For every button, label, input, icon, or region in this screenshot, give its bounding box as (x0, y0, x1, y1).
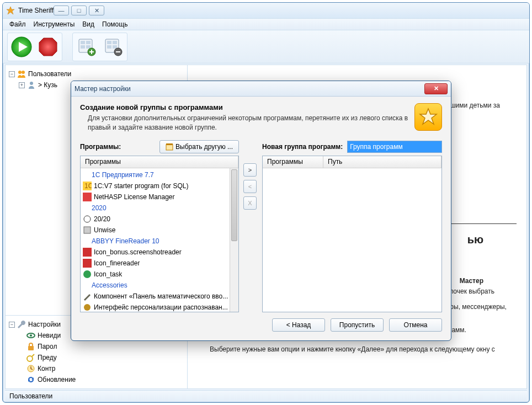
list-header: Программы Путь (263, 156, 441, 168)
list-item[interactable]: Unwise (81, 225, 238, 236)
list-item[interactable]: Интерфейс персонализации распознаван... (81, 302, 238, 312)
svg-point-16 (18, 71, 22, 74)
list-item[interactable]: Icon_bonus.screenshotreader (81, 247, 238, 258)
header-programs[interactable]: Программы (263, 156, 323, 168)
dialog-heading: Создание новой группы с программами (80, 103, 409, 111)
group-header[interactable]: ABBYY FineReader 10 (81, 236, 238, 247)
svg-point-18 (30, 82, 33, 85)
scrollbar[interactable] (230, 168, 238, 312)
back-button[interactable]: < Назад (272, 318, 325, 332)
tree-label: Настройки (28, 321, 61, 328)
wizard-dialog: Мастер настройки ✕ Создание новой группы… (71, 81, 451, 341)
wrench-icon (17, 320, 26, 329)
toolbar (3, 30, 529, 63)
svg-point-20 (30, 334, 32, 337)
star-icon (418, 107, 438, 127)
titlebar-title: Time Sheriff (18, 7, 54, 14)
list-item[interactable]: NetHASP License Manager (81, 191, 238, 202)
minimize-button[interactable]: — (54, 6, 69, 15)
group-header[interactable]: 1С Предприятие 7.7 (81, 169, 238, 180)
group-header[interactable]: Accessories (81, 280, 238, 291)
move-right-button[interactable]: > (243, 163, 257, 177)
list-item[interactable]: Компонент «Панель математического вво... (81, 291, 238, 302)
newgroup-label: Новая группа программ: (262, 143, 343, 151)
list-item[interactable]: Icon_task (81, 269, 238, 280)
eye-icon (26, 331, 35, 340)
lock-icon (26, 342, 35, 351)
maximize-button[interactable]: □ (71, 6, 87, 15)
list-item[interactable]: 20/20 (81, 214, 238, 225)
expander-icon[interactable]: − (9, 322, 15, 328)
status-text: Пользователи (9, 392, 52, 400)
svg-rect-7 (81, 45, 85, 49)
expander-icon[interactable]: − (9, 71, 15, 77)
svg-rect-21 (28, 346, 34, 350)
add-user-icon (77, 37, 97, 57)
tree-pass: Парол (9, 341, 184, 352)
dialog-titlebar: Мастер настройки ✕ (71, 81, 451, 97)
newgroup-input[interactable] (347, 141, 442, 153)
cancel-button[interactable]: Отмена (389, 318, 442, 332)
app-icon (83, 259, 92, 268)
svg-text:1C: 1C (84, 182, 92, 190)
list-item[interactable]: Icon_finereader (81, 258, 238, 269)
menu-help[interactable]: Помощь (99, 19, 131, 29)
user-icon (27, 81, 36, 89)
app-icon (83, 303, 92, 312)
list-body[interactable] (263, 168, 441, 312)
svg-rect-12 (113, 41, 117, 44)
svg-rect-14 (113, 45, 117, 49)
svg-rect-6 (86, 41, 91, 44)
svg-rect-8 (86, 45, 91, 49)
svg-point-17 (22, 71, 25, 74)
svg-rect-31 (84, 227, 91, 233)
dialog-close-button[interactable]: ✕ (424, 83, 448, 94)
scrollbar-thumb[interactable] (231, 169, 237, 241)
target-listbox[interactable]: Программы Путь (262, 156, 442, 312)
svg-rect-29 (83, 193, 92, 201)
tree-label: Преду (38, 354, 57, 361)
list-body[interactable]: 1С Предприятие 7.7 1C1C:V7 starter progr… (81, 168, 238, 312)
app-icon (83, 292, 92, 301)
play-icon (10, 36, 33, 58)
skip-button[interactable]: Пропустить (331, 318, 384, 332)
list-item[interactable]: 1C1C:V7 starter program (for SQL) (81, 180, 238, 191)
dialog-footer: < Назад Пропустить Отмена (80, 318, 442, 334)
remove-button[interactable]: Х (243, 196, 257, 210)
menu-view[interactable]: Вид (79, 19, 98, 29)
list-header: Программы (81, 156, 238, 168)
svg-marker-24 (420, 109, 437, 124)
add-user-button[interactable] (74, 34, 99, 60)
refresh-icon (26, 375, 35, 384)
svg-point-22 (27, 356, 33, 361)
users-icon (17, 70, 26, 78)
header-programs[interactable]: Программы (81, 156, 238, 168)
group-header[interactable]: 2020 (81, 202, 238, 214)
tree-label: Обновление (38, 376, 76, 383)
svg-rect-25 (166, 145, 173, 150)
remove-user-icon (103, 37, 123, 57)
programs-listbox[interactable]: Программы 1С Предприятие 7.7 1C1C:V7 sta… (80, 156, 239, 312)
tree-upd: Обновление (9, 374, 184, 385)
app-icon (83, 248, 92, 257)
choose-other-button[interactable]: Выбрать другую ... (159, 140, 239, 153)
tree-root-users: − Пользователи (9, 68, 184, 79)
stop-button[interactable] (35, 34, 61, 60)
header-path[interactable]: Путь (323, 156, 441, 168)
move-left-button[interactable]: < (243, 180, 257, 193)
tree-label: Контр (38, 365, 55, 372)
expander-icon[interactable]: + (19, 82, 25, 88)
dialog-title: Мастер настройки (75, 85, 424, 93)
svg-rect-11 (107, 41, 111, 44)
folder-icon (166, 143, 173, 151)
remove-user-button[interactable] (100, 34, 126, 60)
app-icon (6, 6, 15, 15)
menu-file[interactable]: Файл (6, 19, 29, 29)
svg-rect-33 (83, 259, 92, 268)
svg-rect-13 (107, 45, 111, 49)
play-button[interactable] (9, 34, 34, 60)
close-button[interactable]: ✕ (89, 6, 104, 15)
clock-icon (26, 364, 35, 373)
statusbar: Пользователи (5, 390, 527, 401)
menu-tools[interactable]: Инструменты (30, 19, 78, 29)
